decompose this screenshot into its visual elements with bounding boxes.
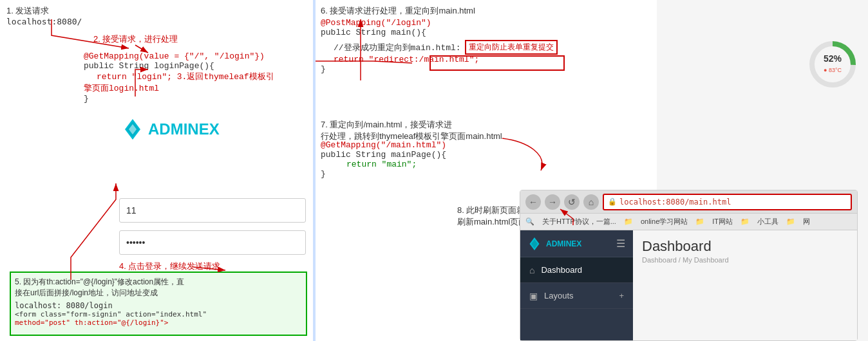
bookmark-folder-icon: 📁 (624, 217, 633, 226)
code-7b: public String mainPage(){ (321, 150, 446, 160)
logo-text-area: ADMIN EX (148, 120, 220, 138)
code-1b: public String loginPage(){ (84, 61, 274, 71)
back-button[interactable]: ← (525, 194, 541, 210)
annotation-5-box: 5. 因为有th:action="@{/login}"修改action属性，直 … (10, 272, 307, 336)
annotation-6: 6. 接受请求进行处理，重定向到main.html (321, 5, 475, 17)
bookmark-3[interactable]: IT网站 (712, 217, 733, 226)
logo-icon (122, 119, 143, 140)
bookmark-folder-icon-2: 📁 (695, 217, 704, 226)
code-7a: @GetMapping("/main.html") (321, 140, 446, 150)
sidebar-brand: ADMINEX (546, 239, 581, 248)
bookmarks-bar: 🔍 关于HTTP协议，一篇... 📁 online学习网站 📁 IT网站 📁 小… (520, 214, 857, 230)
annotation-1: 1. 发送请求 localhost:8080/ (6, 5, 82, 26)
code-6c-row: //登录成功重定向到main.html: 重定向防止表单重复提交 (321, 40, 558, 55)
home-button[interactable]: ⌂ (583, 194, 599, 210)
code-7d: } (321, 169, 446, 179)
gauge-chart: 52% ● 83°C (807, 39, 858, 90)
code-1e: } (84, 94, 274, 104)
browser-window: ← → ↺ ⌂ 🔒 localhost:8080/main.html 🔍 关于H… (520, 190, 858, 341)
password-input[interactable] (119, 230, 306, 255)
logo-admin-text: ADMIN (148, 120, 199, 138)
bookmark-1[interactable]: 关于HTTP协议，一篇... (542, 217, 616, 226)
sidebar-logo-icon (528, 237, 541, 250)
annotation-2-text: 2. 接受请求，进行处理 (93, 33, 178, 45)
annotation-5-line1: 5. 因为有th:action="@{/login}"修改action属性，直 (15, 277, 302, 288)
layouts-icon: ▣ (529, 291, 538, 301)
bookmark-5[interactable]: 网 (803, 217, 810, 226)
browser-main: Dashboard Dashboard / My Dashboard 🔍 Sea… (633, 230, 857, 340)
sidebar-item-dashboard[interactable]: ⌂ Dashboard (520, 257, 633, 283)
bookmark-4[interactable]: 小工具 (757, 217, 778, 226)
code-6c-text: //登录成功重定向到main.html: (334, 42, 461, 53)
bookmark-folder-icon-3: 📁 (741, 217, 750, 226)
code-1c: return "login"; 3.返回thymeleaf模板引 (97, 71, 274, 82)
annotation-7: 7. 重定向到/main.html，接受请求进 行处理，跳转到thymeleaf… (321, 119, 502, 142)
browser-toolbar: ← → ↺ ⌂ 🔒 localhost:8080/main.html (520, 190, 857, 214)
svg-text:52%: 52% (824, 53, 842, 64)
browser-content: ADMINEX ☰ ⌂ Dashboard ▣ Layouts + Dashbo… (520, 230, 857, 340)
layouts-label: Layouts (544, 291, 574, 300)
layouts-plus-icon: + (619, 291, 624, 300)
code-5c: method="post" th:action="@{/login}"> (15, 318, 302, 327)
dashboard-icon: ⌂ (529, 265, 534, 275)
refresh-button[interactable]: ↺ (564, 194, 580, 210)
username-input[interactable] (119, 198, 306, 223)
hamburger-icon[interactable]: ☰ (616, 237, 625, 250)
code-block-1: @GetMapping(value = {"/", "/login"}) pub… (84, 51, 274, 104)
annotation-5-line2: 接在url后面拼接/login地址，访问地址变成 (15, 288, 302, 299)
bookmark-search-icon: 🔍 (525, 217, 534, 226)
code-block-7: @GetMapping("/main.html") public String … (321, 140, 446, 179)
code-1a: @GetMapping(value = {"/", "/login"}) (84, 51, 274, 61)
code-6b: public String main(){ (321, 28, 558, 37)
code-1d: 擎页面login.html (84, 82, 274, 94)
code-5a: localhost: 8080/login (15, 301, 302, 310)
sidebar-header: ADMINEX ☰ (520, 230, 633, 257)
bookmark-2[interactable]: online学习网站 (641, 217, 688, 226)
forward-button[interactable]: → (545, 194, 560, 210)
code-6c-highlight: 重定向防止表单重复提交 (465, 40, 558, 55)
code-6a: @PostMapping("/login") (321, 18, 558, 28)
gauge-container: 52% ● 83°C (807, 39, 858, 90)
logo-ex-text: EX (199, 120, 220, 138)
sidebar-item-layouts[interactable]: ▣ Layouts + (520, 283, 633, 309)
lock-icon: 🔒 (608, 198, 617, 206)
url-bar[interactable]: 🔒 localhost:8080/main.html (603, 194, 852, 210)
bookmark-folder-icon-4: 📁 (786, 217, 795, 226)
code-5b: <form class="form-signin" action="index.… (15, 310, 302, 318)
svg-text:● 83°C: ● 83°C (824, 67, 842, 73)
dashboard-label: Dashboard (541, 265, 582, 275)
logo-area: ADMIN EX (122, 119, 220, 140)
browser-sidebar: ADMINEX ☰ ⌂ Dashboard ▣ Layouts + (520, 230, 633, 340)
annotation-4: 4. 点击登录，继续发送请求 (119, 261, 220, 272)
code-6e: } (321, 64, 558, 74)
code-7c: return "main"; (346, 160, 446, 169)
main-breadcrumb: Dashboard / My Dashboard (642, 256, 848, 264)
annotation-6-text: 6. 接受请求进行处理，重定向到main.html (321, 5, 475, 17)
url-text: localhost:8080/main.html (619, 198, 731, 207)
left-panel: 1. 发送请求 localhost:8080/ 2. 接受请求，进行处理 @Ge… (0, 0, 316, 341)
left-divider (313, 0, 314, 341)
code-block-6: @PostMapping("/login") public String mai… (321, 18, 558, 74)
main-dashboard-title: Dashboard (642, 238, 848, 255)
annotation-2: 2. 接受请求，进行处理 (93, 33, 178, 45)
annotation-1b-text: localhost:8080/ (6, 17, 82, 26)
annotation-4-text: 4. 点击登录，继续发送请求 (119, 261, 220, 272)
annotation-1-text: 1. 发送请求 (6, 5, 82, 17)
annotation-7-line1: 7. 重定向到/main.html，接受请求进 (321, 119, 502, 131)
code-6d: return "redirect:/main.html"; (334, 55, 558, 64)
